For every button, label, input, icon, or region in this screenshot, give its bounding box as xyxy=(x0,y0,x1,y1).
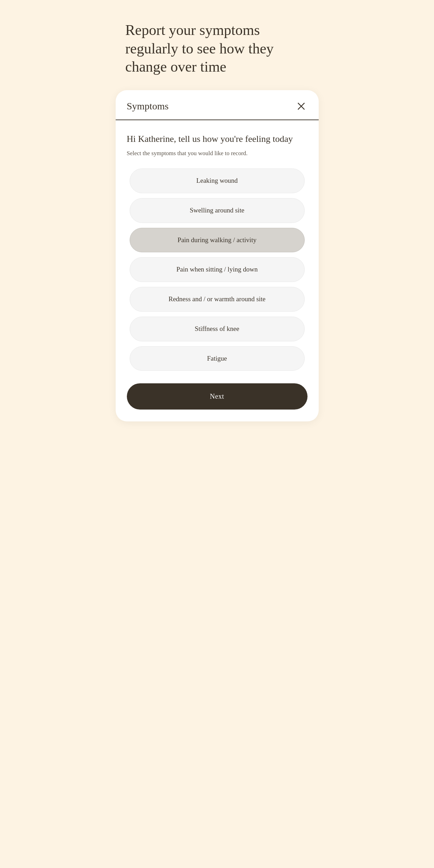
greeting-subtitle: Select the symptoms that you would like … xyxy=(127,149,308,158)
symptom-button-stiffness-of-knee[interactable]: Stiffness of knee xyxy=(130,317,305,341)
close-icon xyxy=(296,101,306,111)
hero-title: Report your symptoms regularly to see ho… xyxy=(125,21,309,76)
next-button-container: Next xyxy=(116,378,319,411)
symptom-button-swelling-around-site[interactable]: Swelling around site xyxy=(130,198,305,223)
card-body: Hi Katherine, tell us how you're feeling… xyxy=(116,120,319,378)
symptom-button-pain-during-walking[interactable]: Pain during walking / activity xyxy=(130,228,305,253)
symptoms-list: Leaking woundSwelling around sitePain du… xyxy=(127,168,308,371)
symptom-button-redness-warmth[interactable]: Redness and / or warmth around site xyxy=(130,287,305,312)
symptom-button-leaking-wound[interactable]: Leaking wound xyxy=(130,168,305,193)
hero-section: Report your symptoms regularly to see ho… xyxy=(109,0,326,90)
card-header: Symptoms xyxy=(116,90,319,120)
symptom-button-pain-when-sitting[interactable]: Pain when sitting / lying down xyxy=(130,257,305,282)
close-button[interactable] xyxy=(295,100,308,113)
symptom-button-fatigue[interactable]: Fatigue xyxy=(130,346,305,371)
card-title: Symptoms xyxy=(127,101,169,112)
next-button[interactable]: Next xyxy=(127,383,308,410)
symptoms-card: Symptoms Hi Katherine, tell us how you'r… xyxy=(116,90,319,422)
greeting-title: Hi Katherine, tell us how you're feeling… xyxy=(127,133,308,145)
